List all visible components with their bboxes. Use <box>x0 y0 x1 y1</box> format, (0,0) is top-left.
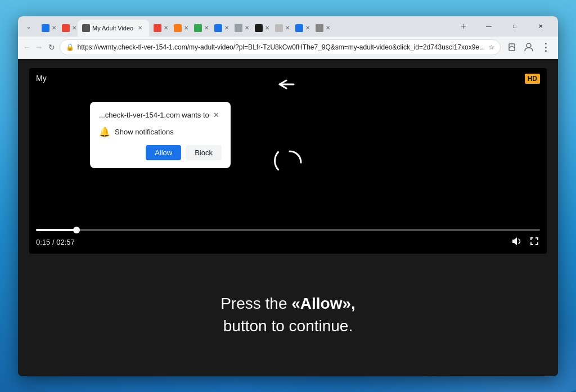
tab-12-favicon <box>316 24 323 32</box>
tab-5[interactable]: ✕ <box>169 20 190 37</box>
menu-icon[interactable]: ⋮ <box>538 39 554 55</box>
tab-12[interactable]: ✕ <box>311 20 331 37</box>
notif-close-button[interactable]: ✕ <box>210 110 222 121</box>
tab-7-favicon <box>214 24 222 32</box>
time-display: 0:15 / 02:57 <box>36 238 75 246</box>
notif-body: 🔔 Show notifications <box>99 127 222 137</box>
minimize-button[interactable]: — <box>476 18 502 35</box>
time-total: 02:57 <box>56 238 75 246</box>
tab-10-favicon <box>275 24 283 32</box>
tab-1[interactable]: ✕ <box>37 20 57 37</box>
loading-spinner <box>274 147 302 175</box>
tab-8-close[interactable]: ✕ <box>245 24 249 33</box>
tab-3-favicon <box>82 24 90 32</box>
tab-7[interactable]: ✕ <box>210 20 230 37</box>
tab-7-close[interactable]: ✕ <box>224 24 229 33</box>
tab-2[interactable]: ✕ <box>57 20 78 37</box>
allow-button[interactable]: Allow <box>146 145 181 160</box>
tab-6[interactable]: ✕ <box>190 20 210 37</box>
right-controls <box>511 236 540 249</box>
press-allow-line1: Press the «Allow», <box>220 295 356 312</box>
lock-icon: 🔒 <box>66 43 74 51</box>
tab-12-close[interactable]: ✕ <box>326 24 330 33</box>
bell-icon: 🔔 <box>99 127 110 137</box>
block-button[interactable]: Block <box>186 145 222 160</box>
time-current: 0:15 <box>36 238 50 246</box>
url-text: https://vwmty.check-tl-ver-154-1.com/my-… <box>78 43 485 51</box>
toolbar-icons: ⋮ <box>504 39 554 55</box>
tab-4-favicon <box>154 24 161 32</box>
tab-8-favicon <box>235 24 242 32</box>
tab-2-favicon <box>62 24 70 32</box>
tab-5-favicon <box>174 24 182 32</box>
star-icon[interactable]: ☆ <box>488 43 494 51</box>
notification-popup: ...check-tl-ver-154-1.com wants to ✕ 🔔 S… <box>90 102 231 168</box>
tab-4-close[interactable]: ✕ <box>164 24 168 33</box>
tab-6-close[interactable]: ✕ <box>204 24 209 33</box>
volume-icon[interactable] <box>511 236 522 249</box>
notif-description: Show notifications <box>115 128 174 136</box>
tab-bar: ✕ ✕ My Adult Video ✕ ✕ ✕ <box>37 16 456 37</box>
forward-button[interactable]: → <box>35 39 44 55</box>
press-allow-line2: button to continue. <box>223 317 353 335</box>
tab-11[interactable]: ✕ <box>291 20 311 37</box>
tab-11-close[interactable]: ✕ <box>305 24 310 33</box>
progress-bar[interactable] <box>36 229 540 231</box>
notif-header: ...check-tl-ver-154-1.com wants to ✕ <box>99 110 222 121</box>
video-controls: 0:15 / 02:57 <box>29 224 547 254</box>
controls-row: 0:15 / 02:57 <box>36 236 540 249</box>
window-controls: — □ ✕ <box>476 18 554 35</box>
tab-9-favicon <box>255 24 263 32</box>
below-video-section: Press the «Allow», button to continue. <box>18 254 558 376</box>
tab-4[interactable]: ✕ <box>149 20 169 37</box>
tab-9-close[interactable]: ✕ <box>265 24 269 33</box>
tab-6-favicon <box>194 24 202 32</box>
tab-1-close[interactable]: ✕ <box>52 24 56 33</box>
browser-window: ⌄ ✕ ✕ My Adult Video ✕ ✕ <box>18 16 558 376</box>
tab-3-label: My Adult Video <box>92 25 133 31</box>
page-content: My HD <box>18 59 558 376</box>
tab-1-favicon <box>42 24 50 32</box>
bookmark-icon[interactable] <box>504 39 520 55</box>
video-title: My <box>36 74 47 83</box>
fullscreen-icon[interactable] <box>529 236 540 249</box>
address-bar-row: ← → ↻ 🔒 https://vwmty.check-tl-ver-154-1… <box>18 37 558 59</box>
notif-title: ...check-tl-ver-154-1.com wants to <box>99 111 209 119</box>
notif-buttons: Allow Block <box>99 145 222 160</box>
tab-10[interactable]: ✕ <box>271 20 291 37</box>
arrow-overlay <box>274 76 302 95</box>
tab-3-active[interactable]: My Adult Video ✕ <box>78 20 149 37</box>
profile-icon[interactable] <box>521 39 537 55</box>
tab-10-close[interactable]: ✕ <box>285 24 290 33</box>
address-input[interactable]: 🔒 https://vwmty.check-tl-ver-154-1.com/m… <box>60 39 501 55</box>
tab-9[interactable]: ✕ <box>250 20 271 37</box>
tabs-menu-icon[interactable]: ⌄ <box>22 20 35 33</box>
reload-button[interactable]: ↻ <box>47 39 56 55</box>
tab-nav-left: ⌄ <box>22 20 35 33</box>
tab-2-close[interactable]: ✕ <box>72 24 76 33</box>
tab-11-favicon <box>295 24 303 32</box>
hd-badge: HD <box>525 74 540 84</box>
tab-8[interactable]: ✕ <box>230 20 250 37</box>
tab-3-close[interactable]: ✕ <box>136 24 145 33</box>
new-tab-button[interactable]: + <box>456 19 471 34</box>
svg-point-1 <box>526 43 531 48</box>
title-bar: ⌄ ✕ ✕ My Adult Video ✕ ✕ <box>18 16 558 37</box>
progress-thumb[interactable] <box>73 227 80 233</box>
progress-fill <box>36 229 76 231</box>
close-button[interactable]: ✕ <box>528 18 554 35</box>
tab-5-close[interactable]: ✕ <box>184 24 188 33</box>
back-button[interactable]: ← <box>22 39 32 55</box>
maximize-button[interactable]: □ <box>502 18 528 35</box>
press-allow-text: Press the «Allow», button to continue. <box>220 292 356 336</box>
